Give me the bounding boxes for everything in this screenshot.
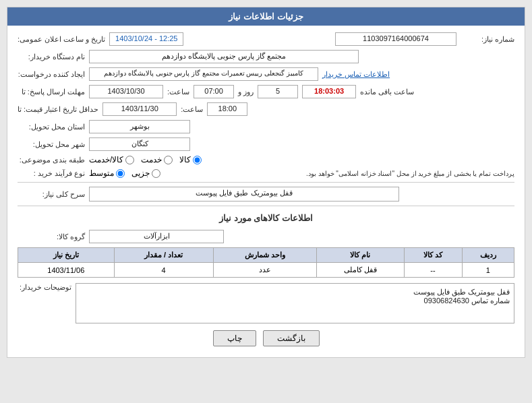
goods-section-title: اطلاعات کالاهای مورد نیاز bbox=[18, 210, 514, 226]
category-option-2: خدمت bbox=[141, 155, 173, 164]
purchase-note: پرداخت تمام یا بخشی از مبلغ خرید از محل … bbox=[165, 170, 514, 177]
category-radio-3[interactable] bbox=[125, 156, 134, 164]
city-label: شهر محل تحویل: bbox=[18, 140, 85, 149]
reply-time-value: 07:00 bbox=[194, 85, 234, 98]
province-label: استان محل تحویل: bbox=[18, 123, 85, 131]
city-value: کنگان bbox=[89, 137, 190, 151]
row-goods-group: گروه کالا: ابزارآلات bbox=[18, 230, 514, 243]
need-description-label: سرح کلی نیاز: bbox=[18, 190, 85, 199]
goods-table-header-row: ردیف کد کالا نام کالا واحد شمارش تعداد /… bbox=[18, 248, 514, 263]
category-label: طبقه بندی موضوعی: bbox=[18, 156, 85, 164]
cell-name: قفل کاملی bbox=[316, 263, 404, 278]
need-number-label: شماره نیاز: bbox=[461, 35, 514, 44]
reply-remaining-value: 18:03:03 bbox=[302, 85, 356, 98]
separator-1 bbox=[18, 182, 514, 183]
buyer-name-label: نام دستگاه خریدار: bbox=[18, 53, 85, 61]
col-header-qty: تعداد / مقدار bbox=[114, 248, 213, 263]
reply-remaining-label: ساعت باقی مانده bbox=[360, 88, 414, 96]
row-buyer-comments: توضیحات خریدار: قفل بیومتریک طبق فایل پی… bbox=[18, 283, 514, 323]
goods-table: ردیف کد کالا نام کالا واحد شمارش تعداد /… bbox=[18, 247, 514, 278]
main-container: جزئیات اطلاعات نیاز تاریخ و ساعت اعلان ع… bbox=[7, 7, 525, 358]
row-need-number: تاریخ و ساعت اعلان عمومی: 1403/10/24 - 1… bbox=[18, 32, 514, 46]
print-button[interactable]: چاپ bbox=[213, 330, 256, 346]
category-radio-2[interactable] bbox=[164, 156, 173, 164]
col-header-row: ردیف bbox=[462, 248, 514, 263]
comment-line-1: قفل بیومتریک طبق فایل پیوست bbox=[80, 288, 510, 297]
row-price-deadline: حداقل تاریخ اعتبار قیمت: تا 1403/11/30 س… bbox=[18, 102, 514, 116]
cell-unit: عدد bbox=[213, 263, 316, 278]
category-option-1: کالا bbox=[179, 155, 202, 164]
cell-code: -- bbox=[404, 263, 462, 278]
category-radio-1[interactable] bbox=[193, 156, 202, 164]
row-reply-deadline: مهلت ارسال پاسخ: تا 1403/10/30 ساعت: 07:… bbox=[18, 85, 514, 98]
row-city: شهر محل تحویل: کنگان bbox=[18, 137, 514, 151]
buyer-name-value: مجتمع گاز پارس جنوبی پالایشگاه دوازدهم bbox=[89, 50, 359, 63]
reply-day-label: روز و bbox=[238, 88, 254, 96]
requester-value: کامبیز گنجعلی رییس تعمیرات مجتمع گاز پار… bbox=[89, 67, 318, 81]
requester-label: ایجاد کننده درخواست: bbox=[18, 70, 85, 79]
goods-group-value: ابزارآلات bbox=[89, 230, 224, 243]
reply-deadline-label: مهلت ارسال پاسخ: تا bbox=[18, 88, 85, 96]
row-need-description: سرح کلی نیاز: قفل بیومتریک طبق فایل پیوس… bbox=[18, 187, 514, 202]
province-value: بوشهر bbox=[89, 120, 190, 133]
cell-qty: 4 bbox=[114, 263, 213, 278]
need-number-value: 1103097164000674 bbox=[335, 32, 456, 46]
purchase-radio-group: متوسط جزیی bbox=[89, 168, 160, 178]
page-header: جزئیات اطلاعات نیاز bbox=[7, 7, 525, 26]
cell-row: 1 bbox=[462, 263, 514, 278]
reply-date-value: 1403/10/30 bbox=[89, 85, 163, 98]
price-time-value: 18:00 bbox=[207, 102, 247, 116]
buyer-comments-label: توضیحات خریدار: bbox=[18, 283, 71, 323]
need-description-value: قفل بیومتریک طبق فایل پیوست bbox=[89, 187, 399, 202]
content-area: تاریخ و ساعت اعلان عمومی: 1403/10/24 - 1… bbox=[7, 26, 525, 357]
row-requester: ایجاد کننده درخواست: کامبیز گنجعلی رییس … bbox=[18, 67, 514, 81]
bottom-buttons: بازگشت چاپ bbox=[18, 330, 514, 346]
price-date-value: 1403/11/30 bbox=[102, 102, 177, 116]
purchase-radio-1[interactable] bbox=[152, 169, 160, 178]
cell-date: 1403/11/06 bbox=[18, 263, 115, 278]
col-header-code: کد کالا bbox=[404, 248, 462, 263]
row-buyer-name: نام دستگاه خریدار: مجتمع گاز پارس جنوبی … bbox=[18, 50, 514, 63]
datetime-label: تاریخ و ساعت اعلان عمومی: bbox=[18, 35, 105, 44]
row-province: استان محل تحویل: بوشهر bbox=[18, 120, 514, 133]
row-category: طبقه بندی موضوعی: کالا/خدمت خدمت کالا bbox=[18, 155, 514, 164]
col-header-date: تاریخ نیاز bbox=[18, 248, 115, 263]
contact-link[interactable]: اطلاعات تماس خریدار bbox=[322, 70, 390, 79]
back-button[interactable]: بازگشت bbox=[263, 330, 320, 346]
table-row: 1 -- قفل کاملی عدد 4 1403/11/06 bbox=[18, 263, 514, 278]
reply-time-label: ساعت: bbox=[167, 88, 189, 96]
category-option-3: کالا/خدمت bbox=[89, 155, 134, 164]
goods-table-head: ردیف کد کالا نام کالا واحد شمارش تعداد /… bbox=[18, 248, 514, 263]
price-time-label: ساعت: bbox=[181, 105, 203, 114]
buyer-comments-value: قفل بیومتریک طبق فایل پیوست شماره تماس 0… bbox=[76, 283, 514, 323]
price-deadline-label: حداقل تاریخ اعتبار قیمت: تا bbox=[18, 105, 98, 114]
col-header-name: نام کالا bbox=[316, 248, 404, 263]
goods-table-body: 1 -- قفل کاملی عدد 4 1403/11/06 bbox=[18, 263, 514, 278]
col-header-unit: واحد شمارش bbox=[213, 248, 316, 263]
reply-day-value: 5 bbox=[258, 85, 298, 98]
separator-2 bbox=[18, 206, 514, 206]
row-purchase-type: نوع فرآیند خرید : متوسط جزیی پرداخت تمام… bbox=[18, 168, 514, 178]
purchase-type-label: نوع فرآیند خرید : bbox=[18, 169, 85, 178]
purchase-option-2: متوسط bbox=[89, 168, 125, 178]
page-title: جزئیات اطلاعات نیاز bbox=[229, 11, 303, 22]
comment-line-2: شماره تماس 09306824630 bbox=[80, 297, 510, 305]
purchase-option-1: جزیی bbox=[131, 168, 160, 178]
goods-group-label: گروه کالا: bbox=[18, 232, 85, 241]
datetime-value: 1403/10/24 - 12:25 bbox=[109, 32, 183, 46]
purchase-radio-2[interactable] bbox=[116, 169, 125, 178]
category-radio-group: کالا/خدمت خدمت کالا bbox=[89, 155, 202, 164]
